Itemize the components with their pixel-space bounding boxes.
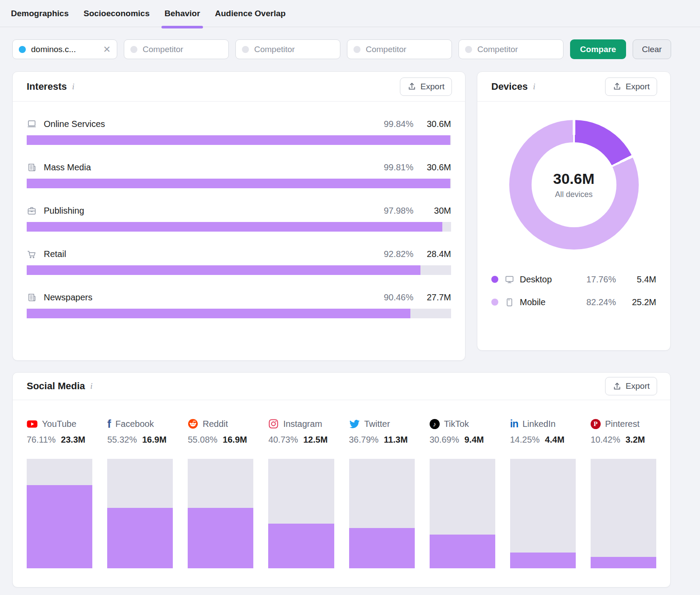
platform-bar-track — [591, 459, 656, 568]
interest-row: Online Services 99.84% 30.6M — [27, 119, 451, 145]
platform-value: 4.4M — [545, 435, 564, 445]
platform-name: Reddit — [203, 419, 228, 429]
domain-dot-icon — [19, 46, 26, 53]
devices-total-caption: All devices — [555, 190, 592, 199]
devices-donut-chart: 30.6M All devices — [509, 120, 639, 250]
devices-export-button[interactable]: Export — [605, 77, 657, 96]
legend-percent: 17.76% — [586, 275, 616, 285]
platform-percent: 10.42% — [591, 435, 620, 445]
competitor-chip-2 — [235, 39, 340, 59]
platform-bar-fill — [591, 557, 656, 568]
desktop-icon — [504, 275, 514, 285]
main-domain-chip[interactable]: dominos.c... ✕ — [12, 39, 117, 59]
platform-name: LinkedIn — [522, 419, 556, 429]
interest-bar-track — [27, 179, 451, 188]
tab-socioeconomics[interactable]: Socioeconomics — [84, 0, 150, 27]
devices-body: 30.6M All devices Desktop 17.76% 5.4M Mo… — [477, 102, 670, 313]
legend-value: 5.4M — [616, 275, 656, 285]
interest-bar-fill — [27, 309, 410, 318]
platform-bar-track — [510, 459, 576, 568]
platform-percent: 36.79% — [349, 435, 379, 445]
platform-column-youtube: YouTube 76.11% 23.3M — [27, 418, 92, 568]
platform-value: 16.9M — [142, 435, 167, 445]
devices-title: Devices — [491, 81, 528, 92]
platform-name: TikTok — [444, 419, 469, 429]
export-label: Export — [626, 381, 650, 391]
platform-value: 12.5M — [303, 435, 328, 445]
interest-percent: 99.84% — [384, 119, 413, 129]
interest-label: Retail — [44, 249, 66, 259]
platform-column-instagram: Instagram 40.73% 12.5M — [268, 418, 334, 568]
mobile-legend-dot — [491, 299, 498, 306]
interest-percent: 92.82% — [384, 249, 413, 259]
platform-bar-fill — [510, 553, 576, 568]
competitor-dot-icon — [242, 46, 249, 53]
interest-percent: 97.98% — [384, 206, 413, 216]
platform-bar-fill — [349, 528, 415, 568]
tab-demographics[interactable]: Demographics — [11, 0, 69, 27]
mobile-icon — [504, 297, 514, 307]
social-export-button[interactable]: Export — [605, 377, 657, 395]
compare-button[interactable]: Compare — [570, 39, 626, 59]
legend-label: Desktop — [520, 275, 552, 285]
platform-column-reddit: Reddit 55.08% 16.9M — [188, 418, 253, 568]
info-icon[interactable]: i — [533, 82, 535, 92]
info-icon[interactable]: i — [90, 381, 92, 391]
platform-column-twitter: Twitter 36.79% 11.3M — [349, 418, 415, 568]
close-icon[interactable]: ✕ — [103, 45, 111, 54]
news-icon — [27, 162, 37, 173]
competitor-dot-icon — [130, 46, 137, 53]
interest-percent: 99.81% — [384, 162, 413, 173]
export-label: Export — [626, 82, 650, 92]
competitor-input-2[interactable] — [254, 45, 334, 54]
news-icon — [27, 292, 37, 303]
platform-bar-track — [268, 459, 334, 568]
legend-row-desktop: Desktop 17.76% 5.4M — [491, 268, 656, 291]
platform-value: 16.9M — [223, 435, 247, 445]
platform-percent: 55.32% — [107, 435, 137, 445]
platform-column-tiktok: ♪ TikTok 30.69% 9.4M — [430, 418, 495, 568]
competitor-input-4[interactable] — [477, 45, 557, 54]
desktop-legend-dot — [491, 276, 498, 283]
platform-percent: 40.73% — [268, 435, 298, 445]
competitor-chip-1 — [124, 39, 229, 59]
interest-bar-fill — [27, 179, 450, 188]
platform-column-linkedin: in LinkedIn 14.25% 4.4M — [510, 418, 576, 568]
platform-percent: 55.08% — [188, 435, 217, 445]
platform-bar-track — [430, 459, 495, 568]
platform-percent: 30.69% — [430, 435, 459, 445]
interests-export-button[interactable]: Export — [400, 77, 452, 96]
interest-percent: 90.46% — [384, 292, 413, 303]
platform-percent: 14.25% — [510, 435, 540, 445]
pinterest-icon: P — [591, 419, 601, 429]
linkedin-icon: in — [510, 419, 518, 429]
info-icon[interactable]: i — [72, 82, 74, 92]
platform-value: 11.3M — [384, 435, 407, 445]
clear-button[interactable]: Clear — [633, 39, 671, 59]
reddit-icon — [188, 419, 198, 429]
competitor-dot-icon — [465, 46, 472, 53]
interest-label: Online Services — [44, 119, 105, 129]
tab-behavior[interactable]: Behavior — [164, 0, 200, 27]
platform-bar-fill — [268, 524, 334, 568]
devices-legend: Desktop 17.76% 5.4M Mobile 82.24% 25.2M — [491, 268, 656, 313]
competitor-input-1[interactable] — [143, 45, 222, 54]
donut-center: 30.6M All devices — [532, 142, 616, 227]
platform-name: Instagram — [283, 419, 322, 429]
platform-name: Twitter — [364, 419, 390, 429]
platform-value: 9.4M — [464, 435, 483, 445]
interests-title: Interests — [27, 81, 67, 92]
interest-bar-track — [27, 135, 451, 145]
interest-row: Publishing 97.98% 30M — [27, 206, 451, 232]
competitor-input-3[interactable] — [366, 45, 445, 54]
platform-bar-track — [27, 459, 92, 568]
interest-row: Retail 92.82% 28.4M — [27, 249, 451, 275]
interest-value: 30M — [413, 206, 451, 216]
platform-bar-track — [349, 459, 415, 568]
platform-name: Facebook — [116, 419, 154, 429]
interest-bar-track — [27, 265, 451, 275]
tab-audience-overlap[interactable]: Audience Overlap — [215, 0, 286, 27]
export-icon — [407, 82, 416, 91]
export-label: Export — [420, 82, 444, 92]
platform-bar-fill — [107, 508, 173, 568]
